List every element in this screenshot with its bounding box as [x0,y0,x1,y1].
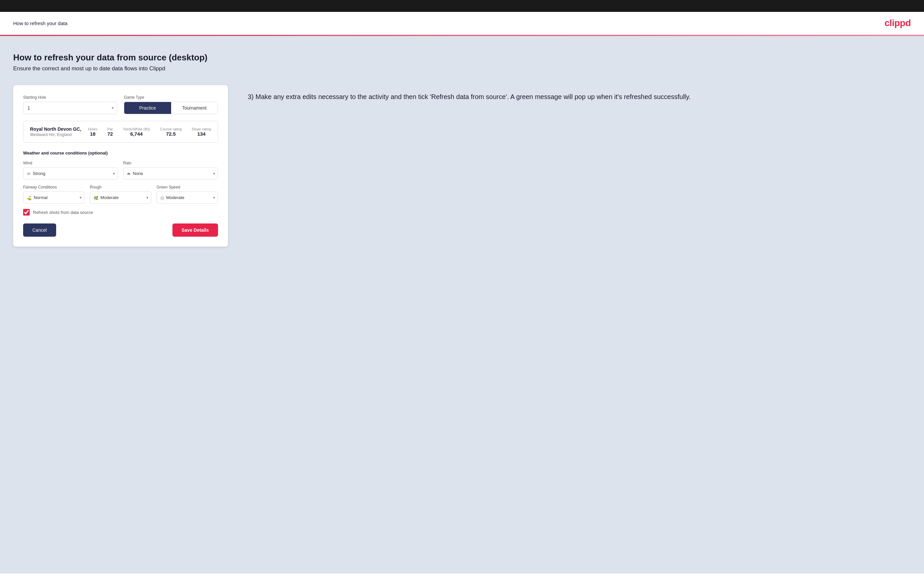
fairway-icon [23,195,32,200]
course-rating-stat: Course rating 72.5 [160,127,182,137]
page-heading: How to refresh your data from source (de… [13,53,911,63]
practice-button[interactable]: Practice [124,102,171,114]
green-speed-group: Green Speed Moderate Fast Slow ▾ [157,185,218,204]
yards-label: Yards/White (M)) [123,127,150,131]
side-text: 3) Make any extra edits necessary to the… [248,85,911,102]
save-details-button[interactable]: Save Details [173,224,218,237]
top-bar [0,0,924,12]
holes-value: 18 [88,131,97,137]
refresh-checkbox-label[interactable]: Refresh shots from data source [33,210,93,215]
fairway-select-wrapper: Normal Soft Hard ▾ [23,192,84,204]
form-row-top: Starting Hole 1 10 ▾ Game Type Practice … [23,95,218,114]
logo: clippd [885,18,911,28]
footer: Copyright Clippd 2022 [0,573,924,577]
course-rating-value: 72.5 [160,131,182,137]
course-stats: Holes 18 Par 72 Yards/White (M)) 6,744 C… [88,127,211,137]
wind-label: Wind [23,161,118,165]
header: How to refresh your data clippd [0,12,924,35]
course-name: Royal North Devon GC, [30,126,82,132]
starting-hole-select[interactable]: 1 10 [23,102,117,114]
rough-label: Rough [90,185,151,190]
green-speed-select[interactable]: Moderate Fast Slow [164,192,218,203]
par-label: Par [107,127,113,131]
par-value: 72 [107,131,113,137]
wind-icon [23,171,31,176]
holes-stat: Holes 18 [88,127,97,137]
rough-icon [90,195,99,200]
rough-select-wrapper: Moderate Light Heavy ▾ [90,192,151,204]
rain-icon [124,171,131,176]
par-stat: Par 72 [107,127,113,137]
slope-rating-stat: Slope rating 134 [192,127,211,137]
game-type-toggle: Practice Tournament [124,102,218,114]
game-type-label: Game Type [124,95,218,100]
game-type-group: Game Type Practice Tournament [124,95,218,114]
weather-section-title: Weather and course conditions (optional) [23,150,218,155]
slope-rating-label: Slope rating [192,127,211,131]
green-speed-select-wrapper: Moderate Fast Slow ▾ [157,192,218,204]
starting-hole-select-wrapper: 1 10 ▾ [23,102,117,114]
fairway-group: Fairway Conditions Normal Soft Hard ▾ [23,185,84,204]
green-speed-label: Green Speed [157,185,218,190]
fairway-select[interactable]: Normal Soft Hard [32,192,84,203]
starting-hole-group: Starting Hole 1 10 ▾ [23,95,117,114]
green-speed-icon [157,195,164,200]
main-content: How to refresh your data from source (de… [0,36,924,573]
rain-select-wrapper: None Light Heavy ▾ [123,168,218,180]
holes-label: Holes [88,127,97,131]
fairway-label: Fairway Conditions [23,185,84,190]
tournament-button[interactable]: Tournament [171,102,218,114]
rough-group: Rough Moderate Light Heavy ▾ [90,185,151,204]
side-description: 3) Make any extra edits necessary to the… [248,92,911,102]
fairway-rough-green-row: Fairway Conditions Normal Soft Hard ▾ Ro… [23,185,218,204]
button-row: Cancel Save Details [23,224,218,237]
cancel-button[interactable]: Cancel [23,224,56,237]
course-info-box: Royal North Devon GC, Westward Ho!, Engl… [23,121,218,143]
content-area: Starting Hole 1 10 ▾ Game Type Practice … [13,85,911,247]
wind-select[interactable]: Strong Light None [31,168,118,179]
rough-select[interactable]: Moderate Light Heavy [99,192,151,203]
course-rating-label: Course rating [160,127,182,131]
rain-select[interactable]: None Light Heavy [131,168,218,179]
form-card: Starting Hole 1 10 ▾ Game Type Practice … [13,85,228,247]
course-name-area: Royal North Devon GC, Westward Ho!, Engl… [30,126,82,137]
rain-group: Rain None Light Heavy ▾ [123,161,218,180]
page-subtitle: Ensure the correct and most up to date d… [13,65,911,72]
starting-hole-label: Starting Hole [23,95,117,100]
slope-rating-value: 134 [192,131,211,137]
wind-select-wrapper: Strong Light None ▾ [23,168,118,180]
refresh-checkbox[interactable] [23,209,30,216]
header-title: How to refresh your data [13,21,68,26]
refresh-checkbox-row: Refresh shots from data source [23,209,218,216]
course-location: Westward Ho!, England [30,132,82,137]
yards-stat: Yards/White (M)) 6,744 [123,127,150,137]
rain-label: Rain [123,161,218,165]
yards-value: 6,744 [123,131,150,137]
wind-rain-row: Wind Strong Light None ▾ Rain [23,161,218,180]
wind-group: Wind Strong Light None ▾ [23,161,118,180]
